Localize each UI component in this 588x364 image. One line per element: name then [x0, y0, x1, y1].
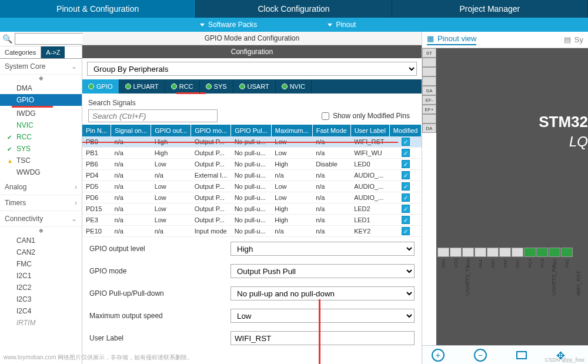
- cell-label: WIFI_RST: [350, 136, 389, 148]
- bottom-pin[interactable]: PB1: [561, 248, 573, 257]
- pinout-dropdown[interactable]: Pinout: [328, 21, 356, 29]
- prop-gpio-pull-select[interactable]: No pull-up and no pull-down: [230, 286, 415, 300]
- bottom-pin[interactable]: PB0: [549, 248, 560, 257]
- col-max[interactable]: Maximum...: [271, 125, 312, 136]
- bottom-pin[interactable]: VDD: [462, 248, 474, 257]
- sidebar-item-i2c2[interactable]: I2C2: [0, 282, 82, 293]
- col-fast[interactable]: Fast Mode: [312, 125, 350, 136]
- zoom-out-button[interactable]: −: [474, 349, 487, 362]
- system-view-button[interactable]: ▤ Sy: [564, 35, 583, 44]
- pinout-view-button[interactable]: ▦ Pinout view: [427, 34, 476, 45]
- table-row[interactable]: PD4n/an/aExternal I...No pull-u...n/an/a…: [82, 170, 422, 181]
- col-mode[interactable]: GPIO mo...: [191, 125, 231, 136]
- table-row[interactable]: PB1n/aHighOutput P...No pull-u...Lown/aW…: [82, 148, 422, 159]
- tab-a-z[interactable]: A->Z: [41, 46, 65, 58]
- cell-signal: n/a: [111, 136, 151, 148]
- side-pin[interactable]: EF-: [422, 95, 436, 105]
- col-output[interactable]: GPIO out...: [151, 125, 191, 136]
- cell-out: Low: [151, 203, 191, 215]
- bottom-pin[interactable]: PC5: [536, 248, 548, 257]
- sidebar-item-fmc[interactable]: FMC: [0, 258, 82, 270]
- cell-out: Low: [151, 215, 191, 226]
- sidebar-item-can2[interactable]: CAN2: [0, 246, 82, 258]
- pill-usart[interactable]: USART: [233, 79, 276, 93]
- sidebar-item-can1[interactable]: CAN1: [0, 235, 82, 246]
- sidebar-item-dma[interactable]: DMA: [0, 82, 82, 94]
- bottom-pin[interactable]: PA3: [437, 248, 449, 257]
- search-signals-input[interactable]: [88, 109, 218, 122]
- side-pin[interactable]: [422, 114, 436, 123]
- bottom-pin[interactable]: VSS: [450, 248, 462, 257]
- chevron-down-icon: [328, 24, 332, 26]
- bottom-pin[interactable]: PA6: [499, 248, 511, 257]
- show-modified-checkbox[interactable]: Show only Modified Pins: [322, 112, 410, 120]
- side-pin[interactable]: DA: [422, 123, 436, 133]
- tab-clock-config[interactable]: Clock Configuration: [196, 0, 392, 18]
- bottom-pin[interactable]: PA5: [487, 248, 499, 257]
- col-pull[interactable]: GPIO Pul...: [231, 125, 272, 136]
- zoom-in-button[interactable]: +: [432, 349, 445, 362]
- col-label[interactable]: User Label: [350, 125, 389, 136]
- prop-user-label-input[interactable]: [230, 331, 415, 345]
- side-pin[interactable]: [422, 76, 436, 86]
- chip-view[interactable]: STSAEF-EF+DA STM32 LQ PA3VSSVDDPA4PA5PA6…: [422, 48, 588, 345]
- pill-gpio[interactable]: GPIO: [82, 79, 119, 93]
- accordion-timers[interactable]: Timers ›: [0, 195, 82, 211]
- bottom-pin[interactable]: PC4: [524, 248, 536, 257]
- col-signal[interactable]: Signal on...: [111, 125, 151, 136]
- cell-pull: No pull-u...: [231, 192, 272, 203]
- accordion-connectivity[interactable]: Connectivity ⌄: [0, 211, 82, 227]
- accordion-analog[interactable]: Analog ›: [0, 179, 82, 195]
- sidebar-item-rcc[interactable]: ✔RCC: [0, 131, 82, 143]
- sidebar-item-gpio[interactable]: GPIO: [0, 94, 82, 106]
- sidebar-item-i2c4[interactable]: I2C4: [0, 305, 82, 317]
- bottom-pin[interactable]: PA4: [475, 248, 486, 257]
- table-row[interactable]: PE10n/an/aInput modeNo pull-u...n/an/aKE…: [82, 226, 422, 237]
- chevron-down-icon: [200, 24, 205, 26]
- prop-gpio-output-select[interactable]: High: [230, 242, 415, 256]
- table-row[interactable]: PD6n/aLowOutput P...No pull-u...Lown/aAU…: [82, 192, 422, 203]
- show-modified-check[interactable]: [322, 112, 329, 120]
- side-pin[interactable]: EF+: [422, 105, 436, 114]
- tab-categories[interactable]: Categories: [0, 46, 41, 58]
- side-pin[interactable]: ST: [422, 48, 436, 58]
- pill-rcc[interactable]: RCC: [165, 79, 200, 93]
- bottom-pin[interactable]: PA7: [512, 248, 523, 257]
- sidebar-item-i2c3[interactable]: I2C3: [0, 293, 82, 305]
- table-row[interactable]: PD15n/aLowOutput P...No pull-u...Highn/a…: [82, 203, 422, 215]
- prop-max-speed-select[interactable]: Low: [230, 309, 415, 323]
- software-packs-dropdown[interactable]: Software Packs: [200, 21, 257, 29]
- table-row[interactable]: PB6n/aLowOutput P...No pull-u...HighDisa…: [82, 159, 422, 170]
- chevron-right-icon: ›: [75, 183, 77, 191]
- sidebar-item-irtim[interactable]: IRTIM: [0, 317, 82, 329]
- sidebar-item-wwdg[interactable]: WWDG: [0, 166, 82, 178]
- side-pin[interactable]: [422, 58, 436, 67]
- cell-fast: n/a: [312, 215, 350, 226]
- cell-pull: No pull-u...: [231, 181, 272, 192]
- sidebar-item-i2c1[interactable]: I2C1: [0, 270, 82, 282]
- pill-nvic[interactable]: NVIC: [276, 79, 312, 93]
- group-by-select[interactable]: Group By Peripherals: [87, 62, 417, 76]
- cell-max: High: [271, 215, 312, 226]
- sidebar-item-sys[interactable]: ✔SYS: [0, 143, 82, 155]
- tab-project-manager[interactable]: Project Manager: [392, 0, 588, 18]
- prop-gpio-mode-select[interactable]: Output Push Pull: [230, 264, 415, 278]
- table-row[interactable]: PB0n/aHighOutput P...No pull-u...Lown/aW…: [82, 136, 422, 148]
- pill-lpuart[interactable]: LPUART: [119, 79, 165, 93]
- col-modified[interactable]: Modified: [389, 125, 422, 136]
- cell-out: High: [151, 136, 191, 148]
- pill-sys[interactable]: SYS: [200, 79, 233, 93]
- cell-pin: PB1: [82, 148, 111, 159]
- side-pin[interactable]: [422, 67, 436, 76]
- col-pin[interactable]: Pin N...: [82, 125, 111, 136]
- sidebar-item-nvic[interactable]: NVIC: [0, 119, 82, 131]
- cell-max: Low: [271, 181, 312, 192]
- side-pin[interactable]: SA: [422, 86, 436, 95]
- table-row[interactable]: PD5n/aLowOutput P...No pull-u...Lown/aAU…: [82, 181, 422, 192]
- tab-pinout-config[interactable]: Pinout & Configuration: [0, 0, 196, 18]
- fit-view-button[interactable]: [516, 351, 527, 359]
- table-row[interactable]: PE3n/aLowOutput P...No pull-u...Highn/aL…: [82, 215, 422, 226]
- sidebar-item-iwdg[interactable]: IWDG: [0, 108, 82, 119]
- accordion-system-core[interactable]: System Core ⌄: [0, 59, 82, 75]
- sidebar-item-tsc[interactable]: ▲TSC: [0, 155, 82, 166]
